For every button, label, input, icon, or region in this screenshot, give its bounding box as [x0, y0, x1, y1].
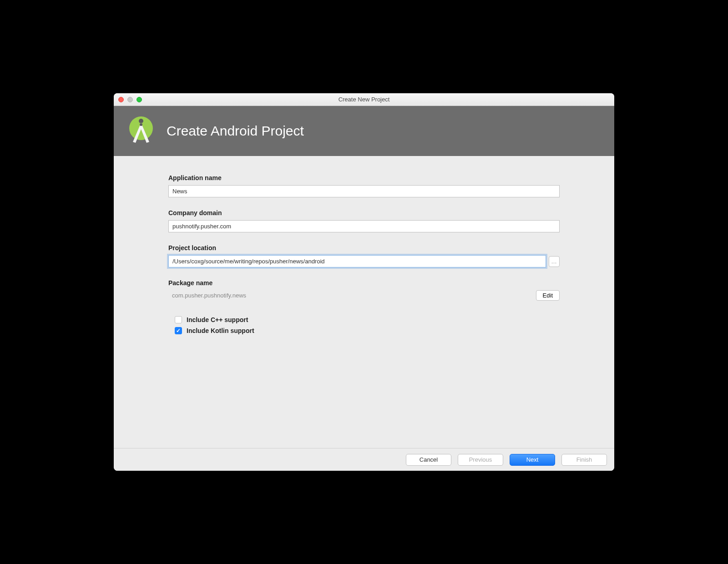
close-window-button[interactable] — [118, 97, 124, 102]
project-location-group: Project location ... — [168, 244, 560, 267]
company-domain-input[interactable] — [168, 220, 560, 232]
minimize-window-button[interactable] — [127, 97, 133, 102]
cpp-support-label: Include C++ support — [187, 316, 248, 323]
cpp-support-checkbox[interactable] — [175, 316, 182, 323]
package-name-value: com.pusher.pushnotify.news — [172, 292, 246, 299]
kotlin-support-label: Include Kotlin support — [187, 327, 254, 334]
dialog-title: Create Android Project — [167, 123, 304, 139]
kotlin-support-row: Include Kotlin support — [175, 327, 560, 334]
dialog-content: Application name Company domain Project … — [114, 156, 614, 448]
cancel-button[interactable]: Cancel — [406, 454, 451, 466]
finish-button[interactable]: Finish — [561, 454, 607, 466]
project-location-input[interactable] — [168, 255, 546, 267]
svg-point-2 — [140, 123, 142, 126]
svg-point-1 — [139, 119, 143, 123]
next-button[interactable]: Next — [510, 454, 555, 466]
previous-button[interactable]: Previous — [458, 454, 503, 466]
android-studio-icon — [125, 115, 157, 147]
application-name-group: Application name — [168, 174, 560, 197]
dialog-window: Create New Project Create Android Projec… — [114, 93, 614, 471]
application-name-label: Application name — [168, 174, 560, 181]
project-location-label: Project location — [168, 244, 560, 252]
maximize-window-button[interactable] — [136, 97, 142, 102]
package-name-label: Package name — [168, 279, 560, 287]
cpp-support-row: Include C++ support — [175, 316, 560, 323]
company-domain-label: Company domain — [168, 209, 560, 217]
application-name-input[interactable] — [168, 185, 560, 197]
package-name-group: Package name com.pusher.pushnotify.news … — [168, 279, 560, 301]
edit-package-button[interactable]: Edit — [536, 290, 560, 301]
browse-location-button[interactable]: ... — [549, 256, 560, 267]
company-domain-group: Company domain — [168, 209, 560, 232]
dialog-header: Create Android Project — [114, 106, 614, 156]
window-controls — [118, 97, 142, 102]
options-group: Include C++ support Include Kotlin suppo… — [168, 316, 560, 334]
titlebar: Create New Project — [114, 93, 614, 106]
kotlin-support-checkbox[interactable] — [175, 327, 182, 334]
dialog-footer: Cancel Previous Next Finish — [114, 448, 614, 471]
window-title: Create New Project — [339, 96, 390, 103]
